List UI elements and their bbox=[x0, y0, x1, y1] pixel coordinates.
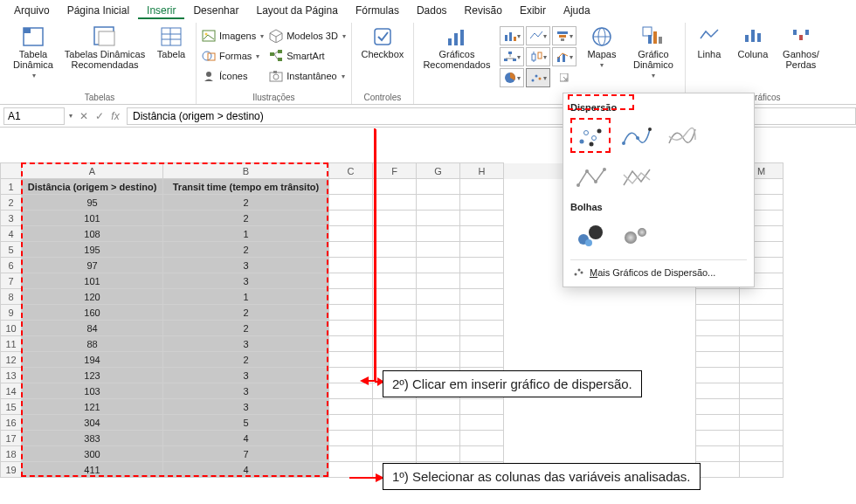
cell[interactable]: 2 bbox=[163, 242, 329, 258]
row-header[interactable]: 11 bbox=[1, 336, 22, 352]
icons-button[interactable]: Ícones bbox=[202, 67, 264, 85]
cell[interactable]: 1 bbox=[163, 289, 329, 305]
cell[interactable]: 300 bbox=[22, 446, 163, 462]
pivot-table-button[interactable]: Tabela Dinâmica▾ bbox=[9, 24, 58, 79]
cell[interactable]: 97 bbox=[22, 258, 163, 273]
cell-A1[interactable]: Distância (origem > destino) bbox=[22, 179, 163, 195]
cell[interactable]: 160 bbox=[22, 305, 163, 321]
chart-scatter-button[interactable]: ▾ bbox=[526, 68, 550, 87]
shapes-button[interactable]: Formas▾ bbox=[202, 47, 264, 65]
row-header[interactable]: 19 bbox=[1, 462, 22, 478]
cell[interactable]: 3 bbox=[163, 399, 329, 415]
menu-pagina-inicial[interactable]: Página Inicial bbox=[59, 2, 138, 19]
row-header[interactable]: 14 bbox=[1, 383, 22, 399]
row-header[interactable]: 1 bbox=[1, 179, 22, 195]
cell[interactable]: 101 bbox=[22, 211, 163, 226]
row-header[interactable]: 7 bbox=[1, 273, 22, 289]
chart-pie-button[interactable]: ▾ bbox=[500, 68, 524, 87]
row-header[interactable]: 15 bbox=[1, 399, 22, 415]
table-button[interactable]: Tabela bbox=[152, 24, 190, 59]
row-header[interactable]: 13 bbox=[1, 368, 22, 383]
maps-button[interactable]: Mapas▾ bbox=[582, 24, 622, 69]
row-header[interactable]: 5 bbox=[1, 242, 22, 258]
sparkline-winloss-button[interactable]: Ganhos/ Perdas bbox=[778, 24, 824, 70]
cell[interactable]: 2 bbox=[163, 352, 329, 368]
cell[interactable]: 7 bbox=[163, 446, 329, 462]
row-header[interactable]: 12 bbox=[1, 352, 22, 368]
column-header-H[interactable]: H bbox=[460, 163, 504, 179]
row-header[interactable]: 8 bbox=[1, 289, 22, 305]
chart-stat-button[interactable]: ▾ bbox=[526, 47, 550, 66]
row-header[interactable]: 17 bbox=[1, 431, 22, 446]
chart-pyramid-button[interactable]: ▾ bbox=[552, 26, 576, 45]
cell[interactable]: 108 bbox=[22, 226, 163, 242]
scatter-straight-lines-button[interactable] bbox=[616, 160, 656, 195]
scatter-smooth-markers-button[interactable] bbox=[616, 118, 656, 153]
chart-dialog-launcher[interactable] bbox=[552, 68, 576, 87]
recommended-charts-button[interactable]: Gráficos Recomendados bbox=[419, 24, 494, 70]
row-header[interactable]: 3 bbox=[1, 211, 22, 226]
cell[interactable]: 194 bbox=[22, 352, 163, 368]
row-header[interactable]: 2 bbox=[1, 195, 22, 211]
fx-icon[interactable]: fx bbox=[109, 110, 121, 122]
cell[interactable]: 2 bbox=[163, 321, 329, 336]
cell[interactable]: 2 bbox=[163, 195, 329, 211]
row-header[interactable]: 9 bbox=[1, 305, 22, 321]
cell[interactable]: 103 bbox=[22, 383, 163, 399]
cell[interactable]: 84 bbox=[22, 321, 163, 336]
sparkline-column-button[interactable]: Coluna bbox=[733, 24, 773, 59]
row-header[interactable]: 18 bbox=[1, 446, 22, 462]
cell[interactable]: 4 bbox=[163, 431, 329, 446]
menu-inserir[interactable]: Inserir bbox=[138, 2, 184, 19]
checkbox-button[interactable]: Checkbox bbox=[357, 24, 408, 59]
cell[interactable]: 304 bbox=[22, 415, 163, 431]
cell[interactable]: 411 bbox=[22, 462, 163, 478]
chart-column-button[interactable]: ▾ bbox=[500, 26, 524, 45]
cell[interactable]: 195 bbox=[22, 242, 163, 258]
column-header-G[interactable]: G bbox=[417, 163, 460, 179]
cell[interactable]: 88 bbox=[22, 336, 163, 352]
cell[interactable]: 2 bbox=[163, 305, 329, 321]
cell[interactable]: 123 bbox=[22, 368, 163, 383]
cancel-formula-icon[interactable]: ✕ bbox=[78, 110, 90, 122]
scatter-straight-markers-button[interactable] bbox=[570, 160, 611, 195]
column-header-B[interactable]: B bbox=[163, 163, 329, 179]
menu-arquivo[interactable]: Arquivo bbox=[5, 2, 59, 19]
cell[interactable]: 120 bbox=[22, 289, 163, 305]
cell[interactable]: 2 bbox=[163, 211, 329, 226]
menu-revisao[interactable]: Revisão bbox=[456, 2, 511, 19]
cell[interactable]: 3 bbox=[163, 383, 329, 399]
scatter-smooth-lines-button[interactable] bbox=[661, 118, 701, 153]
column-header-A[interactable]: A bbox=[22, 163, 163, 179]
row-header[interactable]: 4 bbox=[1, 226, 22, 242]
cell[interactable]: 3 bbox=[163, 336, 329, 352]
smartart-button[interactable]: SmartArt bbox=[269, 47, 346, 65]
menu-ajuda[interactable]: Ajuda bbox=[555, 2, 599, 19]
cell[interactable]: 383 bbox=[22, 431, 163, 446]
images-button[interactable]: Imagens▾ bbox=[202, 27, 264, 45]
menu-desenhar[interactable]: Desenhar bbox=[184, 2, 247, 19]
row-header[interactable]: 10 bbox=[1, 321, 22, 336]
cell[interactable]: 3 bbox=[163, 273, 329, 289]
cell[interactable]: 101 bbox=[22, 273, 163, 289]
cell-B1[interactable]: Transit time (tempo em trânsito) bbox=[163, 179, 329, 195]
more-scatter-charts-button[interactable]: Mais Gráficos de Dispersão... bbox=[570, 259, 747, 283]
select-all-corner[interactable] bbox=[1, 163, 22, 179]
pivot-chart-button[interactable]: Gráfico Dinâmico▾ bbox=[627, 24, 680, 79]
models3d-button[interactable]: Modelos 3D▾ bbox=[269, 27, 346, 45]
cell[interactable]: 121 bbox=[22, 399, 163, 415]
row-header[interactable]: 6 bbox=[1, 258, 22, 273]
cell[interactable]: 3 bbox=[163, 258, 329, 273]
menu-formulas[interactable]: Fórmulas bbox=[347, 2, 408, 19]
chart-line-button[interactable]: ▾ bbox=[526, 26, 550, 45]
enter-formula-icon[interactable]: ✓ bbox=[93, 110, 106, 122]
cell[interactable]: 4 bbox=[163, 462, 329, 478]
cell[interactable]: 1 bbox=[163, 226, 329, 242]
bubble-2d-button[interactable] bbox=[570, 217, 611, 252]
cell[interactable]: 95 bbox=[22, 195, 163, 211]
menu-exibir[interactable]: Exibir bbox=[511, 2, 555, 19]
cell[interactable]: 3 bbox=[163, 368, 329, 383]
menu-layout[interactable]: Layout da Página bbox=[247, 2, 346, 19]
row-header[interactable]: 16 bbox=[1, 415, 22, 431]
bubble-3d-button[interactable] bbox=[616, 217, 656, 252]
